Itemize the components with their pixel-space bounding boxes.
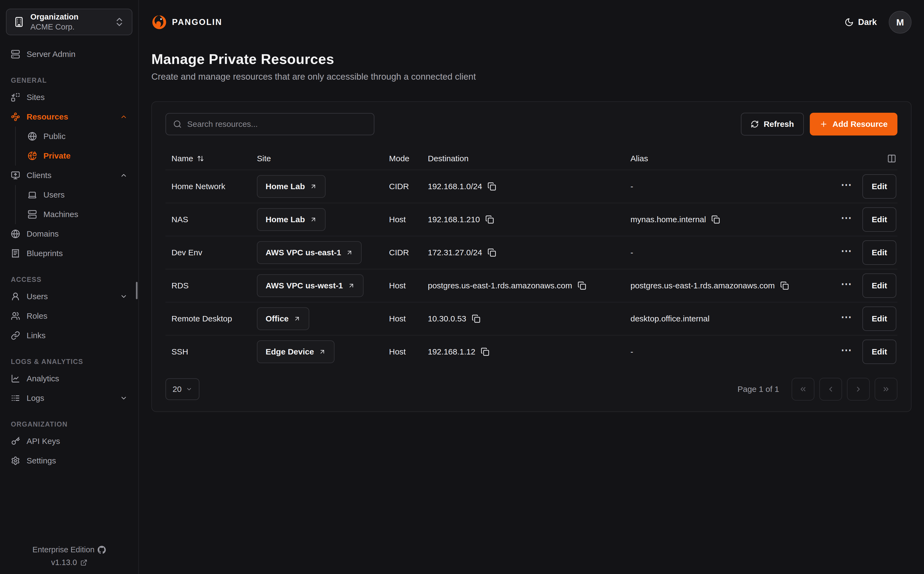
alias-cell: desktop.office.internal <box>630 314 800 323</box>
sidebar-item-client-users[interactable]: Users <box>24 185 138 205</box>
edit-button[interactable]: Edit <box>862 240 896 265</box>
edit-button[interactable]: Edit <box>862 207 896 232</box>
refresh-button[interactable]: Refresh <box>741 113 804 136</box>
chevron-down-icon <box>120 293 128 300</box>
sidebar-item-label: Users <box>43 190 65 199</box>
copy-button[interactable] <box>487 248 496 257</box>
page-size-select[interactable]: 20 <box>166 378 199 400</box>
sidebar-item-label: API Keys <box>27 437 60 446</box>
topbar: PANGOLIN Dark M <box>151 0 911 34</box>
org-selector[interactable]: Organization ACME Corp. <box>6 9 132 35</box>
table-row: Remote Desktop Office Host 10.30.0.53 de… <box>166 302 897 335</box>
arrow-up-right-icon <box>319 348 326 355</box>
site-link-button[interactable]: Home Lab <box>257 175 326 198</box>
edit-button[interactable]: Edit <box>862 174 896 199</box>
arrow-up-right-icon <box>310 216 317 223</box>
copy-button[interactable] <box>487 182 496 191</box>
edit-button[interactable]: Edit <box>862 339 896 364</box>
sidebar-item-sites[interactable]: Sites <box>0 88 138 107</box>
copy-icon <box>481 347 489 356</box>
copy-button[interactable] <box>711 215 720 224</box>
copy-button[interactable] <box>578 281 586 290</box>
header-name[interactable]: Name <box>166 154 257 163</box>
sites-icon <box>11 93 20 102</box>
more-actions-button[interactable]: ⋯ <box>841 179 852 194</box>
destination-value: postgres.us-east-1.rds.amazonaws.com <box>428 281 572 290</box>
columns-toggle-button[interactable] <box>887 154 896 163</box>
add-resource-button[interactable]: Add Resource <box>810 113 897 136</box>
sidebar-section-logs-analytics: LOGS & ANALYTICS <box>0 358 138 366</box>
header-alias: Alias <box>630 154 800 163</box>
copy-button[interactable] <box>472 314 481 323</box>
sidebar-item-settings[interactable]: Settings <box>0 451 138 470</box>
site-link-button[interactable]: Home Lab <box>257 208 326 231</box>
app-root: Organization ACME Corp. Server Admin GEN… <box>0 0 924 574</box>
mode-value: Host <box>389 281 428 290</box>
page-size-value: 20 <box>172 385 182 394</box>
sidebar-item-machines[interactable]: Machines <box>24 205 138 224</box>
site-label: Office <box>266 314 289 323</box>
sidebar-item-private[interactable]: Private <box>24 146 138 166</box>
site-cell: Home Lab <box>257 208 389 231</box>
first-page-button[interactable] <box>792 378 815 401</box>
destination-cell: postgres.us-east-1.rds.amazonaws.com <box>428 281 630 290</box>
version-line[interactable]: v1.13.0 <box>0 558 138 567</box>
sidebar-item-resources[interactable]: Resources <box>0 107 138 126</box>
copy-button[interactable] <box>780 281 789 290</box>
sidebar-section-access: ACCESS <box>0 276 138 284</box>
destination-value: 192.168.1.0/24 <box>428 182 482 191</box>
version-label: v1.13.0 <box>51 558 77 567</box>
copy-button[interactable] <box>485 215 494 224</box>
sidebar-footer: Enterprise Edition v1.13.0 <box>0 541 138 567</box>
more-actions-button[interactable]: ⋯ <box>841 245 852 260</box>
sidebar-item-analytics[interactable]: Analytics <box>0 369 138 388</box>
more-actions-button[interactable]: ⋯ <box>841 311 852 326</box>
sidebar-item-label: Roles <box>27 311 47 321</box>
alias-value: mynas.home.internal <box>630 215 706 224</box>
table-header-row: Name Site Mode Destination Alias <box>166 147 897 170</box>
more-actions-button[interactable]: ⋯ <box>841 212 852 227</box>
copy-icon <box>711 215 720 224</box>
sidebar-item-users[interactable]: Users <box>0 287 138 306</box>
avatar[interactable]: M <box>889 11 911 34</box>
more-actions-button[interactable]: ⋯ <box>841 278 852 293</box>
alias-value: - <box>630 182 633 191</box>
sidebar-item-clients[interactable]: Clients <box>0 166 138 185</box>
sidebar-item-public[interactable]: Public <box>24 126 138 146</box>
sidebar-item-links[interactable]: Links <box>0 326 138 345</box>
sidebar-item-logs[interactable]: Logs <box>0 388 138 408</box>
sidebar-item-blueprints[interactable]: Blueprints <box>0 244 138 263</box>
sidebar-item-roles[interactable]: Roles <box>0 306 138 326</box>
search-box <box>166 113 374 135</box>
edit-button[interactable]: Edit <box>862 306 896 331</box>
sidebar-item-domains[interactable]: Domains <box>0 224 138 244</box>
chevrons-up-down-icon <box>114 17 125 27</box>
copy-button[interactable] <box>481 347 489 356</box>
sidebar-scrollbar-thumb[interactable] <box>136 282 138 299</box>
site-link-button[interactable]: AWS VPC us-east-1 <box>257 241 362 264</box>
sidebar-item-server-admin[interactable]: Server Admin <box>0 44 138 64</box>
more-actions-button[interactable]: ⋯ <box>841 344 852 359</box>
sidebar-section-general: GENERAL <box>0 76 138 84</box>
theme-toggle-button[interactable]: Dark <box>845 17 877 27</box>
brand[interactable]: PANGOLIN <box>151 14 222 30</box>
last-page-button[interactable] <box>875 378 897 401</box>
sidebar-item-label: Blueprints <box>27 249 63 258</box>
next-page-button[interactable] <box>847 378 870 401</box>
site-link-button[interactable]: Office <box>257 308 309 330</box>
copy-icon <box>487 182 496 191</box>
search-input[interactable] <box>187 120 367 129</box>
page-title: Manage Private Resources <box>151 51 911 67</box>
sidebar-item-api-keys[interactable]: API Keys <box>0 431 138 451</box>
site-link-button[interactable]: Edge Device <box>257 341 334 363</box>
previous-page-button[interactable] <box>819 378 842 401</box>
edition-line[interactable]: Enterprise Edition <box>0 545 138 554</box>
page-subtitle: Create and manage resources that are onl… <box>151 71 911 82</box>
destination-cell: 192.168.1.210 <box>428 215 630 224</box>
table-row: SSH Edge Device Host 192.168.1.12 - ⋯Edi… <box>166 335 897 368</box>
site-link-button[interactable]: AWS VPC us-west-1 <box>257 274 364 297</box>
sidebar: Organization ACME Corp. Server Admin GEN… <box>0 0 139 574</box>
mode-value: Host <box>389 347 428 356</box>
site-label: Home Lab <box>266 215 305 224</box>
edit-button[interactable]: Edit <box>862 273 896 298</box>
